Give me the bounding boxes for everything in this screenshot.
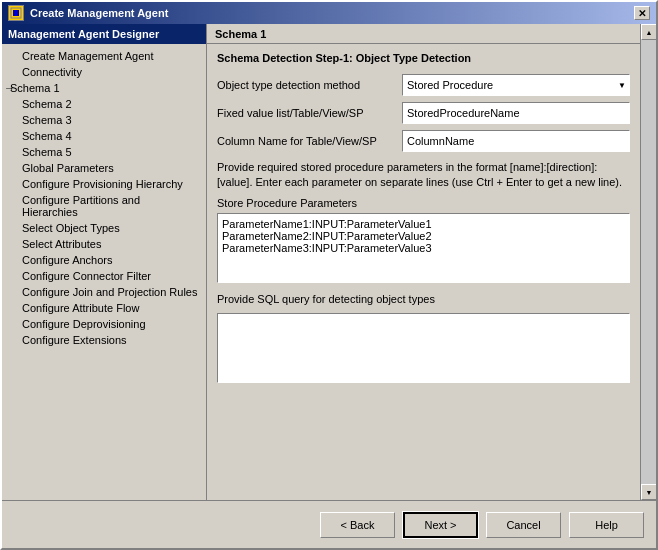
back-button[interactable]: < Back bbox=[320, 512, 395, 538]
nav-list: Create Management Agent Connectivity Sch… bbox=[2, 44, 206, 500]
fixed-value-input-wrapper bbox=[402, 102, 630, 124]
next-button[interactable]: Next > bbox=[403, 512, 478, 538]
section-title: Schema Detection Step-1: Object Type Det… bbox=[217, 52, 630, 64]
form-row-fixed-value: Fixed value list/Table/View/SP bbox=[217, 102, 630, 124]
form-row-object-type: Object type detection method Stored Proc… bbox=[217, 74, 630, 96]
description-text: Provide required stored procedure parame… bbox=[217, 160, 630, 191]
close-button[interactable]: ✕ bbox=[634, 6, 650, 20]
sidebar-item-create-management-agent[interactable]: Create Management Agent bbox=[2, 48, 206, 64]
store-procedure-title: Store Procedure Parameters bbox=[217, 197, 630, 209]
help-button[interactable]: Help bbox=[569, 512, 644, 538]
sidebar-item-configure-attribute-flow[interactable]: Configure Attribute Flow bbox=[2, 300, 206, 316]
object-type-dropdown-wrapper: Stored Procedure bbox=[402, 74, 630, 96]
sidebar-item-global-parameters[interactable]: Global Parameters bbox=[2, 160, 206, 176]
window-title: Create Management Agent bbox=[30, 7, 168, 19]
sidebar-item-schema5[interactable]: Schema 5 bbox=[2, 144, 206, 160]
left-panel-header: Management Agent Designer bbox=[2, 24, 206, 44]
bottom-bar: < Back Next > Cancel Help bbox=[2, 500, 656, 548]
scroll-down-button[interactable]: ▼ bbox=[641, 484, 656, 500]
fixed-value-input[interactable] bbox=[402, 102, 630, 124]
sidebar-item-select-object-types[interactable]: Select Object Types bbox=[2, 220, 206, 236]
object-type-label: Object type detection method bbox=[217, 79, 402, 91]
scroll-track bbox=[641, 40, 656, 484]
sidebar-item-configure-provisioning-hierarchy[interactable]: Configure Provisioning Hierarchy bbox=[2, 176, 206, 192]
column-name-input-wrapper bbox=[402, 130, 630, 152]
sidebar-item-schema4[interactable]: Schema 4 bbox=[2, 128, 206, 144]
sidebar-item-configure-connector-filter[interactable]: Configure Connector Filter bbox=[2, 268, 206, 284]
content-area: Management Agent Designer Create Managem… bbox=[2, 24, 656, 500]
sidebar-item-select-attributes[interactable]: Select Attributes bbox=[2, 236, 206, 252]
cancel-button[interactable]: Cancel bbox=[486, 512, 561, 538]
sidebar-item-configure-partitions[interactable]: Configure Partitions and Hierarchies bbox=[2, 192, 206, 220]
object-type-select[interactable]: Stored Procedure bbox=[402, 74, 630, 96]
column-name-label: Column Name for Table/View/SP bbox=[217, 135, 402, 147]
sidebar-item-connectivity[interactable]: Connectivity bbox=[2, 64, 206, 80]
sql-query-title: Provide SQL query for detecting object t… bbox=[217, 293, 630, 305]
column-name-input[interactable] bbox=[402, 130, 630, 152]
left-panel: Management Agent Designer Create Managem… bbox=[2, 24, 207, 500]
sidebar-item-schema3[interactable]: Schema 3 bbox=[2, 112, 206, 128]
app-icon bbox=[8, 5, 24, 21]
vertical-scrollbar[interactable]: ▲ ▼ bbox=[640, 24, 656, 500]
main-window: Create Management Agent ✕ Management Age… bbox=[0, 0, 658, 550]
sidebar-item-configure-deprovisioning[interactable]: Configure Deprovisioning bbox=[2, 316, 206, 332]
sidebar-item-schema2[interactable]: Schema 2 bbox=[2, 96, 206, 112]
store-procedure-params-textarea[interactable] bbox=[217, 213, 630, 283]
right-content-wrapper: Schema 1 Schema Detection Step-1: Object… bbox=[207, 24, 656, 500]
sidebar-item-schema1[interactable]: Schema 1 bbox=[2, 80, 206, 96]
right-panel-content: Schema Detection Step-1: Object Type Det… bbox=[207, 44, 640, 500]
fixed-value-label: Fixed value list/Table/View/SP bbox=[217, 107, 402, 119]
sidebar-item-configure-anchors[interactable]: Configure Anchors bbox=[2, 252, 206, 268]
right-panel: Schema 1 Schema Detection Step-1: Object… bbox=[207, 24, 640, 500]
title-bar: Create Management Agent ✕ bbox=[2, 2, 656, 24]
scroll-up-button[interactable]: ▲ bbox=[641, 24, 656, 40]
right-panel-header: Schema 1 bbox=[207, 24, 640, 44]
sql-query-textarea[interactable] bbox=[217, 313, 630, 383]
sidebar-item-configure-extensions[interactable]: Configure Extensions bbox=[2, 332, 206, 348]
svg-rect-1 bbox=[13, 10, 19, 16]
sidebar-item-configure-join-projection[interactable]: Configure Join and Projection Rules bbox=[2, 284, 206, 300]
form-row-column-name: Column Name for Table/View/SP bbox=[217, 130, 630, 152]
